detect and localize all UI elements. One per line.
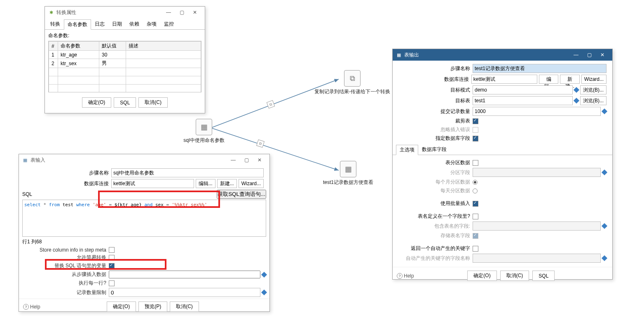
minimize-button[interactable]: — [569, 50, 583, 59]
params-heading: 命名参数: [48, 32, 201, 39]
ok-button[interactable]: 确定(O) [467, 271, 496, 281]
return-autokey-label: 返回一个自动产生的关键字 [398, 245, 473, 252]
tab-misc[interactable]: 杂项 [143, 19, 160, 29]
from-step-combo[interactable] [109, 271, 260, 278]
tabs: 转换 命名参数 日志 日期 依赖 杂项 监控 [45, 18, 205, 30]
tablename-field-combo [473, 221, 601, 231]
minimize-button[interactable]: — [162, 8, 175, 17]
maximize-button[interactable]: ▢ [175, 8, 188, 17]
step-name-input[interactable] [111, 168, 264, 177]
step-name-input[interactable] [473, 64, 607, 73]
ok-button[interactable]: 确定(O) [107, 301, 136, 312]
canvas-node-output[interactable]: ▦ test1记录数据方便查看 [311, 161, 385, 186]
cancel-button[interactable]: 取消(C) [138, 97, 168, 108]
browse-table-button[interactable]: 浏览(B)... [580, 96, 607, 105]
sql-button[interactable]: SQL [114, 97, 136, 108]
help-link[interactable]: ?Help [397, 273, 414, 279]
replace-sql-check[interactable] [109, 263, 115, 269]
tab-main[interactable]: 主选项 [396, 145, 418, 155]
tab-monitor[interactable]: 监控 [160, 19, 178, 29]
cancel-button[interactable]: 取消(C) [170, 301, 199, 312]
target-table-input[interactable] [473, 96, 573, 105]
col-desc: 描述 [126, 42, 201, 51]
truncate-check[interactable] [473, 118, 478, 124]
tablename-infield-check[interactable] [473, 214, 478, 219]
tab-log[interactable]: 日志 [91, 19, 108, 29]
partition-check[interactable] [473, 160, 478, 166]
spec-fields-check[interactable] [473, 136, 478, 141]
help-link[interactable]: ?Help [23, 304, 40, 310]
record-limit-label: 记录数量限制 [22, 289, 109, 296]
partfield-label: 分区字段 [398, 169, 473, 176]
from-step-label: 从步骤插入数据 [22, 271, 109, 278]
titlebar[interactable]: ▦ 表输入 — ▢ ✕ [19, 154, 269, 166]
db-conn-combo[interactable] [111, 179, 194, 188]
per-row-label: 执行每一行? [22, 280, 109, 287]
var-icon [261, 290, 267, 295]
return-autokey-check[interactable] [473, 246, 478, 252]
partition-label: 表分区数据 [398, 159, 473, 166]
table-row[interactable]: 1ktr_age30 [49, 51, 201, 59]
close-button[interactable]: ✕ [188, 8, 201, 17]
kettle-icon: ✱ [48, 9, 54, 15]
table-row[interactable]: 2ktr_sex男 [49, 59, 201, 68]
copy-rows-icon: ⧉ [344, 70, 361, 87]
titlebar[interactable]: ✱ 转换属性 — ▢ ✕ [45, 7, 205, 18]
distribute-icon: ⧉ [256, 139, 265, 148]
db-conn-label: 数据库连接 [25, 180, 111, 187]
sql-editor[interactable]: select * from test where 'age' = ${ktr_a… [22, 200, 266, 237]
col-default: 默认值 [99, 42, 126, 51]
db-conn-label: 数据库连接 [398, 76, 471, 83]
canvas-node-sql[interactable]: ▦ sql中使用命名参数 [167, 119, 241, 144]
minimize-button[interactable]: — [227, 155, 240, 165]
bulk-insert-check[interactable] [473, 201, 478, 207]
get-sql-button[interactable]: 获取SQL查询语句... [217, 190, 266, 199]
canvas-node-label: test1记录数据方便查看 [323, 179, 373, 186]
truncate-label: 裁剪表 [398, 118, 473, 125]
cancel-button[interactable]: 取消(C) [500, 271, 529, 281]
new-button[interactable]: 新建... [217, 179, 237, 188]
distribute-icon: ⧉ [267, 100, 275, 109]
table-output-icon: ▦ [340, 161, 356, 177]
tab-date[interactable]: 日期 [108, 19, 126, 29]
step-name-label: 步骤名称 [25, 170, 111, 177]
edit-button[interactable]: 编辑... [196, 179, 215, 188]
store-info-check[interactable] [109, 247, 115, 253]
canvas-node-copy[interactable]: ⧉ 复制记录到结果-传递给下一个转换 [311, 70, 393, 95]
params-table[interactable]: # 命名参数 默认值 描述 1ktr_age30 2ktr_sex男 [49, 41, 201, 92]
tab-db-fields[interactable]: 数据库字段 [418, 144, 450, 155]
close-button[interactable]: ✕ [596, 50, 609, 59]
wizard-button[interactable]: Wizard... [239, 179, 264, 188]
ignore-err-label: 忽略插入错误 [398, 126, 473, 133]
ok-button[interactable]: 确定(O) [82, 97, 111, 108]
autokey-name-label: 自动产生的关键字的字段名称 [398, 255, 473, 262]
record-limit-input[interactable] [109, 288, 260, 297]
target-schema-input[interactable] [473, 85, 573, 94]
maximize-button[interactable]: ▢ [583, 50, 596, 59]
var-icon [602, 223, 607, 229]
bulk-insert-label: 使用批量插入 [398, 200, 473, 207]
per-row-check[interactable] [109, 280, 115, 286]
titlebar[interactable]: ▦ 表输出 — ▢ ✕ [393, 49, 612, 61]
new-button[interactable]: 新建... [560, 75, 579, 84]
close-button[interactable]: ✕ [253, 155, 266, 165]
tab-deps[interactable]: 依赖 [126, 19, 143, 29]
sql-button[interactable]: SQL [532, 271, 555, 281]
partfield-combo [473, 168, 601, 177]
target-schema-label: 目标模式 [398, 87, 473, 94]
maximize-button[interactable]: ▢ [240, 155, 253, 165]
commit-input[interactable] [473, 107, 601, 116]
tab-named-params[interactable]: 命名参数 [64, 19, 91, 30]
spec-fields-label: 指定数据库字段 [398, 135, 473, 142]
window-table-input: ▦ 表输入 — ▢ ✕ 步骤名称 数据库连接 编辑... 新建... Wizar… [19, 154, 270, 312]
allow-simple-check[interactable] [109, 255, 115, 261]
preview-button[interactable]: 预览(P) [138, 301, 167, 312]
wizard-button[interactable]: Wizard... [581, 75, 607, 84]
per-month-radio [473, 180, 478, 185]
browse-schema-button[interactable]: 浏览(B)... [580, 85, 607, 94]
cursor-status: 行1 列68 [22, 237, 266, 247]
db-conn-combo[interactable] [471, 75, 537, 84]
var-icon [602, 170, 607, 175]
edit-button[interactable]: 编辑... [539, 75, 558, 84]
tab-transform[interactable]: 转换 [47, 19, 64, 29]
